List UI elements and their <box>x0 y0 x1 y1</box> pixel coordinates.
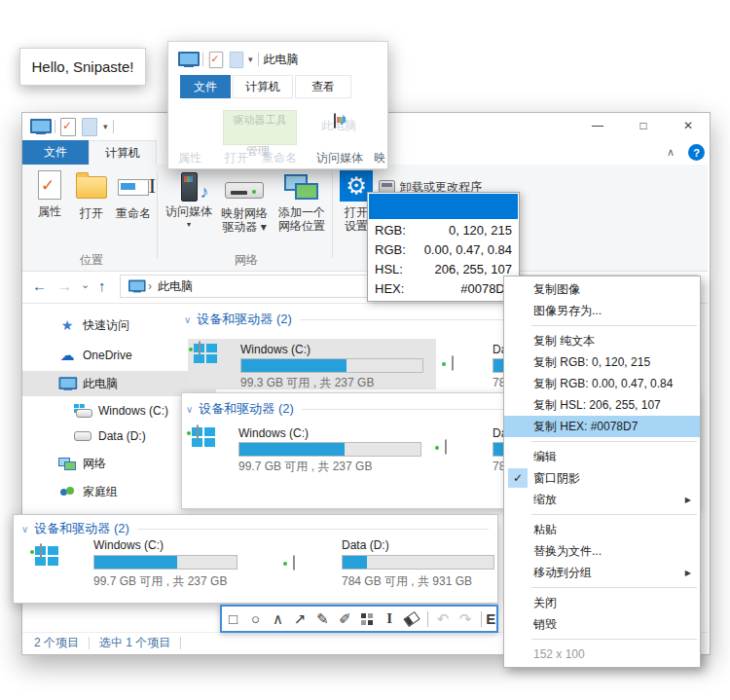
eraser-icon <box>404 610 420 626</box>
ribbon-access-media-button[interactable]: ♪ 访问媒体 ▾ <box>163 170 215 232</box>
drive-name: Windows (C:) <box>240 343 310 356</box>
recent-dropdown-icon[interactable]: ⌄ <box>81 278 90 291</box>
minimize-button[interactable]: — <box>581 113 614 138</box>
pinned-snip-explorer-corner[interactable]: ✓ ▾ 此电脑 文件 计算机 查看 驱动器工具 此电脑 管理 属性 打开 重命名… <box>167 41 388 169</box>
menu-item-zoom[interactable]: 缩放 ▶ <box>504 489 700 510</box>
ribbon-collapse-icon[interactable]: ∧ <box>667 146 675 159</box>
monitor-icon <box>57 376 77 391</box>
menu-item-size-label: 152 x 100 <box>504 644 700 665</box>
undo-button[interactable]: ↶ <box>432 607 455 631</box>
ghost-rename-label: 重命名 <box>262 150 297 166</box>
ribbon-group-network: 网络 <box>163 252 330 269</box>
ghost-access-media-label: 访问媒体 <box>316 150 363 166</box>
mosaic-icon <box>361 613 373 625</box>
ghost-access-media-icon: ♪ <box>334 113 336 129</box>
drive-icon <box>192 427 194 441</box>
menu-item-copy-rgb-float[interactable]: 复制 RGB: 0.00, 0.47, 0.84 <box>504 373 700 394</box>
hex-row: HEX:#0078D7 <box>368 278 519 298</box>
capacity-bar <box>240 358 423 373</box>
map-network-drive-icon <box>225 182 264 199</box>
ghost-properties-label: 属性 <box>178 150 201 166</box>
group-header-3: ∨ 设备和驱动器 (2) <box>21 520 489 537</box>
breadcrumb[interactable]: 此电脑 <box>158 278 193 295</box>
ellipse-tool[interactable]: ○ <box>244 607 267 631</box>
open-folder-icon <box>76 176 107 199</box>
app-icon <box>30 119 50 134</box>
maximize-button[interactable]: □ <box>627 113 660 138</box>
forward-button[interactable]: → <box>57 277 72 294</box>
pinned-snip-drives-bottom[interactable]: ∨ 设备和驱动器 (2) Windows (C:) 99.7 GB 可用 , 共… <box>13 514 498 604</box>
drive-info: 99.7 GB 可用 , 共 237 GB <box>238 459 372 475</box>
marker-tool[interactable]: ✐ <box>334 607 356 631</box>
tab-file[interactable]: 文件 <box>22 140 89 165</box>
text-tool[interactable]: I <box>379 607 401 631</box>
snip-titlebar: ✓ ▾ 此电脑 <box>178 50 299 69</box>
hello-snip[interactable]: Hello, Snipaste! <box>19 48 146 86</box>
rectangle-tool[interactable]: □ <box>222 607 244 631</box>
tab-computer[interactable]: 计算机 <box>89 140 157 165</box>
pencil-tool[interactable]: ✎ <box>311 607 334 631</box>
menu-item-replace-with-file[interactable]: 替换为文件... <box>504 540 700 562</box>
redo-button[interactable]: ↷ <box>455 607 477 631</box>
rgb-row: RGB:0, 120, 215 <box>368 220 519 239</box>
qat-newfolder-icon <box>230 51 243 67</box>
help-icon[interactable]: ? <box>688 144 705 161</box>
menu-item-copy-hex[interactable]: 复制 HEX: #0078D7 <box>504 416 700 437</box>
mosaic-tool[interactable] <box>356 607 379 631</box>
qat-properties-icon[interactable]: ✓ <box>60 118 76 136</box>
menu-item-copy-hsl[interactable]: 复制 HSL: 206, 255, 107 <box>504 394 700 416</box>
menu-separator <box>504 510 700 519</box>
drive-d-icon <box>73 431 92 441</box>
drive-name: Windows (C:) <box>93 538 164 552</box>
ribbon-map-drive-button[interactable]: 映射网络 驱动器 ▾ <box>217 170 272 234</box>
qat-newfolder-icon[interactable] <box>82 118 97 136</box>
ribbon-group-location: 位置 <box>30 252 153 269</box>
up-button[interactable]: ↑ <box>98 277 106 294</box>
close-button[interactable]: ✕ <box>672 113 705 138</box>
ghost-map-label: 映 <box>374 150 385 166</box>
properties-icon: ✓ <box>38 170 61 200</box>
rgb-float-row: RGB:0.00, 0.47, 0.84 <box>368 239 519 259</box>
menu-item-destroy[interactable]: 销毁 <box>504 613 700 635</box>
chevron-down-icon: ∨ <box>21 524 28 534</box>
ribbon: ✓ 属性 打开 I 重命名 位置 ♪ 访问媒体 ▾ 映射网络 驱动器 ▾ <box>22 165 708 272</box>
snip-annotation-toolbar: □ ○ ∧ ↗ ✎ ✐ I ↶ ↷ E <box>220 605 498 633</box>
cloud-icon: ☁ <box>57 347 77 364</box>
menu-item-window-shadow[interactable]: ✓ 窗口阴影 <box>504 467 700 489</box>
polyline-tool[interactable]: ∧ <box>267 607 289 631</box>
menu-separator <box>504 583 700 592</box>
menu-item-edit[interactable]: 编辑 <box>504 446 700 467</box>
menu-item-save-image-as[interactable]: 图像另存为... <box>504 300 700 321</box>
arrow-tool[interactable]: ↗ <box>289 607 311 631</box>
drive-icon <box>35 546 37 560</box>
status-item-count: 2 个项目 <box>34 635 79 651</box>
menu-separator <box>504 321 700 330</box>
status-selected-count: 选中 1 个项目 <box>99 635 170 651</box>
qat-dropdown-icon[interactable]: ▾ <box>103 122 108 131</box>
ribbon-add-location-button[interactable]: 添加一个 网络位置 <box>274 170 330 233</box>
more-tool[interactable]: E <box>486 607 496 631</box>
back-button[interactable]: ← <box>32 277 47 294</box>
eraser-tool[interactable] <box>401 607 423 631</box>
menu-item-move-to-group[interactable]: 移动到分组 ▶ <box>504 562 700 583</box>
app-icon <box>178 52 198 67</box>
drive-info: 784 GB 可用 , 共 931 GB <box>342 573 472 590</box>
drive-item-c-group1[interactable]: Windows (C:) 99.3 GB 可用 , 共 237 GB <box>188 339 436 389</box>
rename-icon: I <box>118 179 149 196</box>
submenu-arrow-icon: ▶ <box>685 496 691 504</box>
drive-icon <box>194 344 196 357</box>
menu-item-close[interactable]: 关闭 <box>504 592 700 613</box>
breadcrumb-chevron-icon: › <box>148 279 152 293</box>
ribbon-open-button[interactable]: 打开 <box>73 170 110 220</box>
menu-item-paste[interactable]: 粘贴 <box>504 519 700 540</box>
ribbon-rename-button[interactable]: I 重命名 <box>110 170 157 220</box>
chevron-down-icon: ∨ <box>184 314 191 325</box>
address-pc-icon <box>128 280 144 293</box>
color-picker-tooltip: RGB:0, 120, 215 RGB:0.00, 0.47, 0.84 HSL… <box>367 192 520 302</box>
context-menu: 复制图像 图像另存为... 复制 纯文本 复制 RGB: 0, 120, 215… <box>503 276 701 668</box>
menu-item-copy-plain-text[interactable]: 复制 纯文本 <box>504 330 700 351</box>
menu-item-copy-image[interactable]: 复制图像 <box>504 278 700 300</box>
drive-icon <box>443 432 445 446</box>
ribbon-properties-button[interactable]: ✓ 属性 <box>30 170 69 218</box>
menu-item-copy-rgb[interactable]: 复制 RGB: 0, 120, 215 <box>504 351 700 373</box>
